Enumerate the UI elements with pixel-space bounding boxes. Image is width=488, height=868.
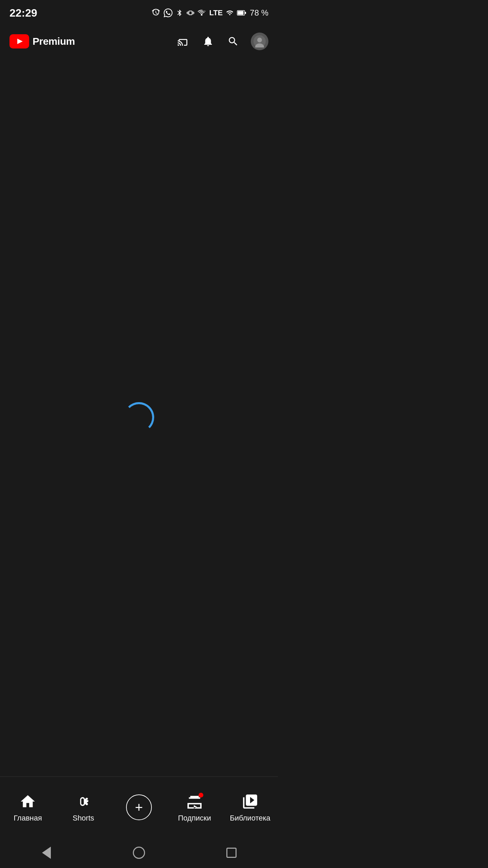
main-content: [0, 58, 278, 776]
status-icons: LTE 78 %: [151, 8, 268, 18]
recents-square-icon: [226, 848, 237, 858]
search-button[interactable]: [226, 34, 241, 49]
library-icon: [242, 793, 259, 810]
bluetooth-icon: [176, 8, 183, 17]
status-time: 22:29: [9, 7, 37, 19]
shorts-icon-wrap: [74, 792, 93, 811]
back-triangle-icon: [42, 847, 51, 859]
alarm-icon: [151, 8, 160, 17]
vibrate-icon: [187, 8, 194, 17]
subscriptions-badge: [199, 793, 203, 797]
signal-icon: [226, 9, 233, 17]
battery-icon: [237, 8, 246, 17]
nav-item-library[interactable]: Библиотека: [222, 792, 278, 823]
svg-rect-1: [238, 11, 244, 15]
svg-point-6: [257, 38, 262, 42]
cast-button[interactable]: [176, 34, 190, 49]
user-avatar[interactable]: [251, 33, 268, 50]
android-home-button[interactable]: [131, 845, 146, 860]
library-nav-label: Библиотека: [230, 814, 270, 823]
android-nav: [0, 837, 278, 868]
svg-rect-2: [245, 12, 246, 14]
hotspot-icon: [198, 8, 206, 17]
loading-spinner: [124, 402, 154, 433]
nav-item-subscriptions[interactable]: Подписки: [167, 792, 222, 823]
android-recents-button[interactable]: [224, 845, 239, 860]
bottom-nav: Главная Shorts + Подписки: [0, 776, 278, 837]
top-actions: [176, 33, 268, 50]
premium-label: Premium: [33, 36, 75, 47]
home-icon-wrap: [18, 792, 37, 811]
subscriptions-icon-wrap: [185, 792, 204, 811]
battery-percent: 78 %: [250, 8, 268, 18]
plus-icon: +: [135, 801, 143, 814]
home-circle-icon: [133, 847, 145, 859]
youtube-logo-icon: [9, 34, 29, 48]
lte-icon: LTE: [209, 8, 223, 17]
shorts-nav-label: Shorts: [73, 814, 94, 823]
notifications-button[interactable]: [201, 34, 216, 49]
logo-area: Premium: [9, 34, 75, 48]
status-bar: 22:29: [0, 0, 278, 24]
home-nav-label: Главная: [14, 814, 42, 823]
nav-item-home[interactable]: Главная: [0, 792, 56, 823]
shorts-icon: [75, 793, 92, 810]
nav-item-add[interactable]: +: [111, 794, 167, 820]
whatsapp-icon: [164, 8, 172, 17]
top-bar: Premium: [0, 24, 278, 58]
home-icon: [19, 793, 36, 810]
loading-spinner-container: [124, 402, 154, 433]
add-button[interactable]: +: [126, 794, 152, 820]
library-icon-wrap: [241, 792, 260, 811]
nav-item-shorts[interactable]: Shorts: [56, 792, 111, 823]
subscriptions-nav-label: Подписки: [178, 814, 211, 823]
android-back-button[interactable]: [39, 845, 54, 860]
